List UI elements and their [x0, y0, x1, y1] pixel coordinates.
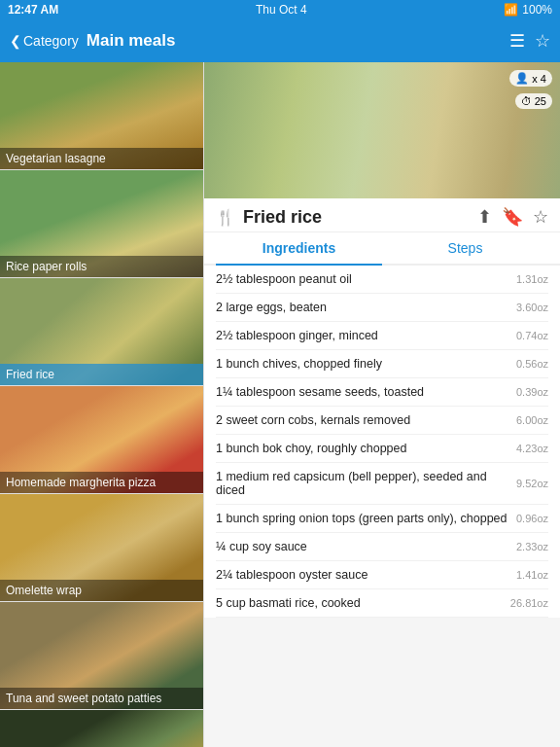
status-date: Thu Oct 4 — [256, 3, 307, 17]
recipe-item-omelette-wrap[interactable]: Omelette wrap — [0, 494, 203, 602]
recipe-content-area: 👤 x 4 ⏱ 25 🍴 Fried rice ⬆ 🔖 ☆ Ingredient… — [204, 62, 560, 747]
recipe-item-rice-paper-rolls[interactable]: Rice paper rolls — [0, 170, 203, 278]
ingredient-row: 1 medium red capsicum (bell pepper), see… — [216, 463, 548, 505]
timer-icon: ⏱ — [521, 95, 532, 107]
favorite-star-icon[interactable]: ☆ — [533, 206, 548, 228]
time-badge: ⏱ 25 — [515, 93, 552, 109]
nav-title: Main meals — [87, 31, 502, 51]
recipe-hero-image: 👤 x 4 ⏱ 25 — [204, 62, 560, 198]
recipe-thumb-sushi — [0, 710, 204, 747]
ingredient-row: 2 sweet corn cobs, kernals removed 6.00o… — [216, 407, 548, 435]
ingredient-row: 1 bunch chives, chopped finely 0.56oz — [216, 350, 548, 378]
ingredient-row: ¼ cup soy sauce 2.33oz — [216, 533, 548, 561]
ingredient-row: 5 cup basmati rice, cooked 26.81oz — [216, 589, 548, 618]
utensils-icon: 🍴 — [216, 208, 235, 227]
recipe-item-sushi-rolls[interactable]: Homemade sushi rolls — [0, 710, 203, 747]
recipe-item-vegetarian-lasagne[interactable]: Vegetarian lasagne — [0, 62, 203, 170]
recipe-item-pizza[interactable]: Homemade margherita pizza — [0, 386, 203, 494]
time-value: 25 — [535, 95, 546, 107]
recipe-item-fried-rice[interactable]: Fried rice — [0, 278, 203, 386]
recipe-label-tuna: Tuna and sweet potato patties — [0, 688, 203, 709]
main-layout: Vegetarian lasagne Rice paper rolls Frie… — [0, 62, 560, 747]
ingredient-row: 2¼ tablespoon oyster sauce 1.41oz — [216, 561, 548, 589]
share-icon[interactable]: ⬆ — [477, 206, 492, 228]
nav-star-icon[interactable]: ☆ — [535, 30, 550, 52]
nav-bar: ❮ Category Main meals ☰ ☆ — [0, 19, 560, 62]
recipe-label-omelette: Omelette wrap — [0, 580, 203, 601]
nav-actions: ☰ ☆ — [509, 30, 550, 52]
ingredient-row: 1 bunch spring onion tops (green parts o… — [216, 505, 548, 533]
list-view-icon[interactable]: ☰ — [509, 30, 525, 52]
status-bar: 12:47 AM Thu Oct 4 📶 100% — [0, 0, 560, 19]
servings-icon: 👤 — [515, 72, 529, 85]
recipe-list-sidebar: Vegetarian lasagne Rice paper rolls Frie… — [0, 62, 204, 747]
ingredient-row: 1 bunch bok choy, roughly chopped 4.23oz — [216, 435, 548, 463]
recipe-label-pizza: Homemade margherita pizza — [0, 472, 203, 493]
back-button[interactable]: ❮ Category — [10, 33, 79, 49]
recipe-label-fried-rice: Fried rice — [0, 364, 203, 385]
back-chevron-icon: ❮ — [10, 33, 21, 49]
recipe-item-tuna-patties[interactable]: Tuna and sweet potato patties — [0, 602, 203, 710]
tab-ingredients[interactable]: Ingredients — [216, 232, 382, 266]
servings-value: x 4 — [532, 73, 546, 85]
recipe-label-rice-rolls: Rice paper rolls — [0, 256, 203, 277]
ingredient-row: 2½ tablespoon peanut oil 1.31oz — [216, 266, 548, 294]
ingredient-row: 2 large eggs, beaten 3.60oz — [216, 294, 548, 322]
bookmark-icon[interactable]: 🔖 — [502, 206, 523, 228]
back-label: Category — [23, 33, 79, 49]
wifi-icon: 📶 — [504, 3, 518, 17]
tab-steps[interactable]: Steps — [382, 232, 548, 266]
status-indicators: 📶 100% — [504, 3, 552, 17]
recipe-action-icons: ⬆ 🔖 ☆ — [477, 206, 548, 228]
recipe-tabs: Ingredients Steps — [204, 232, 560, 266]
ingredient-row: 1¼ tablespoon sesame seeds, toasted 0.39… — [216, 378, 548, 407]
ingredient-row: 2½ tablespoon ginger, minced 0.74oz — [216, 322, 548, 350]
status-time: 12:47 AM — [8, 3, 58, 17]
recipe-label-lasagne: Vegetarian lasagne — [0, 148, 203, 169]
battery-indicator: 100% — [522, 3, 552, 17]
servings-badge: 👤 x 4 — [509, 70, 552, 87]
recipe-title: Fried rice — [243, 207, 322, 228]
ingredients-list: 2½ tablespoon peanut oil 1.31oz 2 large … — [204, 266, 560, 618]
recipe-title-row: 🍴 Fried rice ⬆ 🔖 ☆ — [204, 198, 560, 232]
